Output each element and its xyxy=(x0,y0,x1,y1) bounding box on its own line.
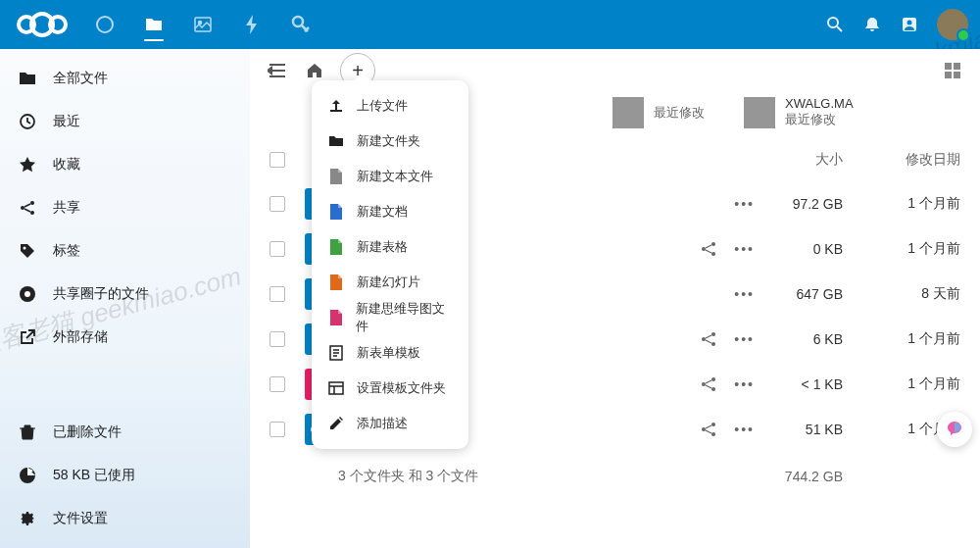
view-grid-icon[interactable] xyxy=(941,59,964,82)
svg-point-26 xyxy=(711,342,715,346)
external-icon xyxy=(18,327,37,347)
sidebar-item-quota[interactable]: 58 KB 已使用 xyxy=(0,454,250,497)
col-size-header[interactable]: 大小 xyxy=(755,151,843,169)
home-icon[interactable] xyxy=(303,59,326,82)
nav-passwords[interactable] xyxy=(276,0,325,49)
menu-item[interactable]: 新建文件夹 xyxy=(312,124,468,159)
sidebar-item-shares[interactable]: 共享 xyxy=(0,186,250,229)
file-size: 51 KB xyxy=(755,422,843,437)
file-size: 6 KB xyxy=(755,331,843,347)
logo[interactable] xyxy=(12,9,73,40)
form-icon xyxy=(327,344,345,362)
sidebar-item-label: 全部文件 xyxy=(53,70,108,87)
nav-photos[interactable] xyxy=(178,0,227,49)
row-checkbox[interactable] xyxy=(270,286,285,302)
share-icon[interactable] xyxy=(701,376,716,392)
sidebar-item-label: 已删除文件 xyxy=(53,423,122,441)
menu-item[interactable]: 新建表格 xyxy=(312,229,468,265)
toggle-sidebar-icon[interactable] xyxy=(266,59,289,82)
svg-point-16 xyxy=(24,291,30,297)
file-date: 8 天前 xyxy=(862,285,960,303)
menu-item-label: 新建文档 xyxy=(357,203,408,221)
sidebar-item-all-files[interactable]: 全部文件 xyxy=(0,57,250,100)
file-size: 0 KB xyxy=(755,241,843,257)
nav-files[interactable] xyxy=(129,0,178,49)
menu-item[interactable]: 新建思维导图文件 xyxy=(312,300,468,335)
upload-icon xyxy=(327,97,345,115)
more-icon[interactable]: ••• xyxy=(734,286,755,302)
row-checkbox[interactable] xyxy=(270,331,285,347)
row-checkbox[interactable] xyxy=(270,241,285,257)
sidebar-item-recent[interactable]: 最近 xyxy=(0,100,250,143)
recent-item[interactable]: 最近修改 xyxy=(612,96,705,128)
sidebar: 全部文件 最近 收藏 共享 标签 共享圈子的文件 外部存储 已删除文件 58 K… xyxy=(0,49,250,548)
recent-sub: 最近修改 xyxy=(654,104,705,122)
summary-row: 3 个文件夹 和 3 个文件 744.2 GB xyxy=(250,452,980,501)
header-right xyxy=(825,9,968,40)
file-date: 1 个月前 xyxy=(862,195,960,213)
menu-item[interactable]: 新建幻灯片 xyxy=(312,265,468,300)
select-all-checkbox[interactable] xyxy=(270,152,285,168)
summary-total: 744.2 GB xyxy=(755,469,843,484)
menu-item[interactable]: 新建文本文件 xyxy=(312,159,468,194)
doc-icon xyxy=(327,274,345,291)
sidebar-item-label: 共享 xyxy=(53,199,80,217)
svg-point-29 xyxy=(711,387,715,391)
recent-item[interactable]: XWALG.MA最近修改 xyxy=(744,96,854,128)
file-date: 1 个月前 xyxy=(862,375,960,393)
nav-apps xyxy=(80,0,325,49)
sidebar-item-external[interactable]: 外部存储 xyxy=(0,316,250,359)
nav-dashboard[interactable] xyxy=(80,0,129,49)
menu-item-label: 上传文件 xyxy=(357,97,408,115)
search-icon[interactable] xyxy=(825,15,845,34)
sidebar-item-favorites[interactable]: 收藏 xyxy=(0,143,250,186)
menu-item-label: 新建表格 xyxy=(357,238,408,256)
sidebar-item-label: 外部存储 xyxy=(53,328,108,346)
contacts-icon[interactable] xyxy=(900,15,919,34)
menu-item-label: 新建文件夹 xyxy=(357,132,420,150)
svg-point-24 xyxy=(702,337,706,341)
recent-sub: 最近修改 xyxy=(785,111,854,128)
sidebar-item-circles[interactable]: 共享圈子的文件 xyxy=(0,273,250,316)
file-size: 97.2 GB xyxy=(755,196,843,212)
menu-item[interactable]: 新建文档 xyxy=(312,194,468,229)
sidebar-item-trash[interactable]: 已删除文件 xyxy=(0,411,250,454)
sidebar-item-label: 标签 xyxy=(53,242,80,260)
sidebar-item-label: 共享圈子的文件 xyxy=(53,285,149,303)
doc-icon xyxy=(327,168,345,185)
col-date-header[interactable]: 修改日期 xyxy=(862,151,960,169)
clock-icon xyxy=(18,112,37,131)
pie-icon xyxy=(18,466,37,485)
nav-activity[interactable] xyxy=(227,0,276,49)
share-icon[interactable] xyxy=(701,241,716,257)
more-icon[interactable]: ••• xyxy=(734,422,755,437)
svg-rect-17 xyxy=(945,63,952,70)
row-checkbox[interactable] xyxy=(270,422,285,437)
svg-point-13 xyxy=(30,211,34,215)
sidebar-item-settings[interactable]: 文件设置 xyxy=(0,497,250,540)
more-icon[interactable]: ••• xyxy=(734,376,755,392)
notifications-icon[interactable] xyxy=(862,15,882,34)
share-icon[interactable] xyxy=(701,331,716,347)
file-thumb xyxy=(744,97,775,128)
file-date: 1 个月前 xyxy=(862,330,960,348)
svg-point-23 xyxy=(711,252,715,256)
row-checkbox[interactable] xyxy=(270,196,285,212)
share-icon[interactable] xyxy=(701,422,716,437)
menu-item[interactable]: 新表单模板 xyxy=(312,335,468,371)
menu-item[interactable]: 上传文件 xyxy=(312,88,468,124)
assistant-fab[interactable] xyxy=(937,412,972,447)
more-icon[interactable]: ••• xyxy=(734,196,755,212)
svg-point-7 xyxy=(828,18,838,27)
menu-item[interactable]: 设置模板文件夹 xyxy=(312,371,468,406)
more-icon[interactable]: ••• xyxy=(734,241,755,257)
more-icon[interactable]: ••• xyxy=(734,331,755,347)
sidebar-item-tags[interactable]: 标签 xyxy=(0,229,250,273)
row-checkbox[interactable] xyxy=(270,376,285,392)
recent-name: XWALG.MA xyxy=(785,96,854,111)
app-header xyxy=(0,0,980,49)
folder-icon xyxy=(327,132,345,150)
avatar[interactable] xyxy=(937,9,968,40)
doc-icon xyxy=(327,238,345,256)
menu-item[interactable]: 添加描述 xyxy=(312,406,468,441)
